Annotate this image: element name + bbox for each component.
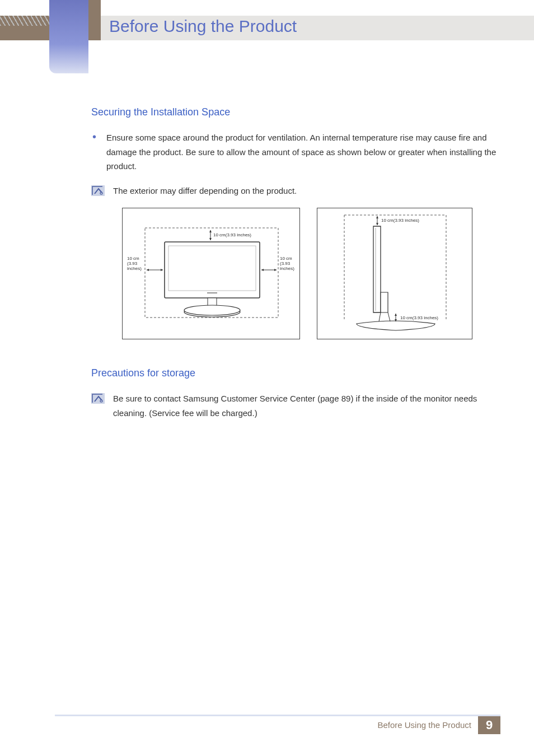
header-purple-tab [49, 0, 88, 73]
bullet-text: Ensure some space around the product for… [106, 130, 500, 174]
label-side-top: 10 cm(3.93 inches) [381, 218, 419, 223]
label-right-1: 10 cm [280, 256, 292, 261]
label-right-2: (3.93 [280, 261, 291, 266]
page-number: 9 [478, 716, 500, 734]
bullet-icon: • [92, 130, 96, 143]
note-row: The exterior may differ depending on the… [91, 184, 500, 198]
label-top: 10 cm(3.93 inches) [213, 232, 251, 237]
label-side-bottom: 10 cm(3.93 inches) [400, 315, 438, 320]
label-left-3: inches) [127, 266, 142, 271]
footer: Before Using the Product 9 [55, 715, 500, 734]
label-right-3: inches) [280, 266, 294, 271]
svg-rect-14 [91, 393, 105, 404]
svg-rect-4 [168, 246, 256, 291]
label-left-2: (3.93 [127, 261, 138, 266]
page-title: Before Using the Product [109, 17, 297, 36]
diagram-side-view: 10 cm(3.93 inches) 10 cm(3.93 inches) [317, 208, 472, 339]
diagram-front-view: ▬▬▬ 10 cm(3.93 inches) 10 cm (3.93 inche… [122, 208, 300, 339]
label-left-1: 10 cm [127, 256, 139, 261]
bullet-item: • Ensure some space around the product f… [91, 130, 500, 174]
section-heading-storage: Precautions for storage [91, 367, 500, 379]
svg-text:▬▬▬: ▬▬▬ [207, 291, 217, 294]
note-icon [91, 393, 105, 404]
svg-rect-0 [91, 185, 105, 196]
note-row-storage: Be sure to contact Samsung Customer Serv… [91, 391, 500, 420]
diagram-container: ▬▬▬ 10 cm(3.93 inches) 10 cm (3.93 inche… [122, 208, 500, 339]
note-text: The exterior may differ depending on the… [113, 184, 297, 198]
section-heading-installation: Securing the Installation Space [91, 106, 500, 118]
svg-point-8 [184, 305, 240, 315]
note-icon [91, 185, 105, 196]
note-text-storage: Be sure to contact Samsung Customer Serv… [113, 391, 500, 420]
footer-title: Before Using the Product [377, 720, 471, 730]
